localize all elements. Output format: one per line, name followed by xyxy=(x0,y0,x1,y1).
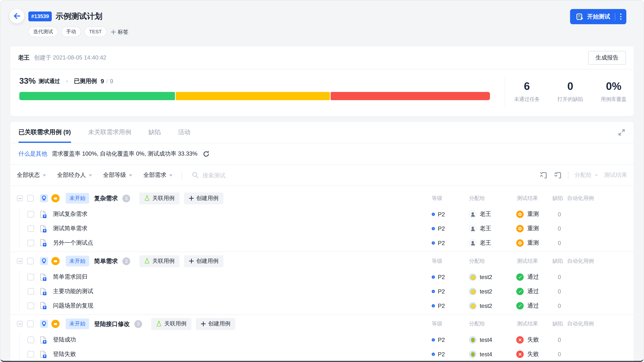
case-title[interactable]: 问题场景的复现 xyxy=(53,302,93,309)
filter-level-dropdown[interactable]: 全部等级 xyxy=(103,171,132,179)
case-title[interactable]: 主要功能的测试 xyxy=(53,288,93,295)
stat-label: 打开的缺陷 xyxy=(558,96,583,103)
priority-label: P2 xyxy=(438,351,445,358)
table-row[interactable]: 测试简单需求 P2 老王 重测 0 xyxy=(10,222,634,236)
row-checkbox[interactable] xyxy=(28,240,34,246)
test-case-icon xyxy=(40,302,47,310)
collapse-all-icon xyxy=(539,171,548,179)
group-title[interactable]: 登陆接口修改 xyxy=(94,320,130,328)
batch-result-button[interactable]: 测试结果 xyxy=(604,171,627,179)
tab-unlinked-cases[interactable]: 未关联需求用例 xyxy=(88,122,131,143)
table-row[interactable]: 简单需求回归 P2 test2 通过 0 xyxy=(10,270,634,284)
table-row[interactable]: 测试复杂需求 P2 老王 重测 0 xyxy=(10,207,634,222)
batch-result-label: 测试结果 xyxy=(604,171,627,179)
assignee-name: test2 xyxy=(480,288,492,295)
case-title[interactable]: 登陆失败 xyxy=(53,351,76,358)
result-cell[interactable]: 通过 xyxy=(516,274,539,281)
tag-pill[interactable]: 迭代测试 xyxy=(28,27,58,37)
result-label: 通过 xyxy=(527,288,539,295)
result-cell[interactable]: 重测 xyxy=(516,225,539,232)
more-actions-button[interactable] xyxy=(614,13,622,20)
filter-status-dropdown[interactable]: 全部状态 xyxy=(17,171,46,179)
add-tag-button[interactable]: 标签 xyxy=(111,28,128,35)
filter-assignee-dropdown[interactable]: 全部经办人 xyxy=(57,171,92,179)
collapse-group-button[interactable] xyxy=(17,321,22,327)
group-title[interactable]: 简单需求 xyxy=(94,257,118,265)
collapse-group-button[interactable] xyxy=(17,258,22,264)
table-row[interactable]: 问题场景的复现 P2 test2 通过 0 xyxy=(10,299,634,313)
row-checkbox[interactable] xyxy=(28,211,34,218)
assignee-name: test4 xyxy=(480,351,492,358)
what-is-other-link[interactable]: 什么是其他 xyxy=(18,150,47,157)
group-checkbox[interactable] xyxy=(27,258,34,264)
priority-icon xyxy=(432,276,435,279)
table-row[interactable]: 登陆失败 P2 test4 失败 0 xyxy=(10,347,634,362)
table-row[interactable]: 另外一个测试点 P2 老王 重测 0 xyxy=(10,236,634,250)
table-row[interactable]: 登陆成功 P2 test4 失败 0 xyxy=(10,333,634,347)
link-case-button[interactable]: 关联用例 xyxy=(139,255,180,267)
refresh-button[interactable] xyxy=(203,150,210,157)
link-case-button[interactable]: 关联用例 xyxy=(139,192,180,204)
tab-activity[interactable]: 活动 xyxy=(178,122,190,143)
row-checkbox[interactable] xyxy=(28,351,34,358)
defect-count: 0 xyxy=(553,351,566,358)
result-cell[interactable]: 失败 xyxy=(516,336,539,344)
progress-segment-pass xyxy=(19,92,175,100)
case-count-badge: 3 xyxy=(122,257,130,265)
create-case-button[interactable]: 创建用例 xyxy=(196,318,236,330)
row-checkbox[interactable] xyxy=(28,225,34,232)
result-pass-icon xyxy=(516,274,524,281)
case-title[interactable]: 登陆成功 xyxy=(53,336,76,344)
row-checkbox[interactable] xyxy=(28,337,34,344)
link-case-button[interactable]: 关联用例 xyxy=(151,318,191,330)
back-button[interactable] xyxy=(10,9,24,23)
result-fail-icon xyxy=(516,351,524,358)
add-tag-label: 标签 xyxy=(118,28,128,35)
case-title[interactable]: 测试简单需求 xyxy=(53,225,88,232)
tag-pill[interactable]: TEST xyxy=(84,27,106,37)
tab-defects[interactable]: 缺陷 xyxy=(148,122,161,143)
case-title[interactable]: 另外一个测试点 xyxy=(53,239,93,247)
arrow-left-icon xyxy=(13,12,21,20)
collapse-group-button[interactable] xyxy=(17,195,22,201)
result-cell[interactable]: 重测 xyxy=(516,239,539,247)
fullscreen-button[interactable] xyxy=(618,122,626,143)
chevron-down-icon xyxy=(595,174,598,176)
collapse-all-button[interactable] xyxy=(539,171,548,179)
result-cell[interactable]: 通过 xyxy=(516,302,539,309)
iteration-icon xyxy=(52,194,60,202)
result-cell[interactable]: 失败 xyxy=(516,351,539,358)
table-row[interactable]: 主要功能的测试 P2 test2 通过 0 xyxy=(10,284,634,299)
chevron-down-icon xyxy=(43,174,46,176)
assignee-name: test2 xyxy=(480,303,492,309)
dot-separator xyxy=(66,80,68,82)
case-title[interactable]: 简单需求回归 xyxy=(53,274,88,281)
group-title[interactable]: 复杂需求 xyxy=(94,194,118,202)
filter-requirement-dropdown[interactable]: 全部需求 xyxy=(143,171,172,179)
result-retest-icon xyxy=(516,225,524,232)
result-cell[interactable]: 重测 xyxy=(516,211,539,218)
flask-icon xyxy=(144,258,150,264)
group-checkbox[interactable] xyxy=(27,321,34,327)
case-title[interactable]: 测试复杂需求 xyxy=(53,211,88,218)
priority-label: P2 xyxy=(438,303,445,309)
assignee-avatar xyxy=(469,302,476,309)
tab-linked-cases[interactable]: 已关联需求用例 (9) xyxy=(18,122,71,143)
filter-row: 全部状态 全部经办人 全部等级 全部需求 xyxy=(10,165,634,186)
generate-report-button[interactable]: 生成报告 xyxy=(588,51,626,65)
priority-label: P2 xyxy=(438,274,445,281)
start-test-button[interactable]: 开始测试 xyxy=(570,9,626,24)
search-input[interactable] xyxy=(202,172,264,179)
test-case-icon xyxy=(40,336,47,344)
create-case-button[interactable]: 创建用例 xyxy=(184,255,223,267)
row-checkbox[interactable] xyxy=(28,288,34,295)
row-checkbox[interactable] xyxy=(28,274,34,281)
tag-pill[interactable]: 手动 xyxy=(61,27,81,37)
batch-assign-button[interactable]: 分配给 xyxy=(575,171,598,179)
group-checkbox[interactable] xyxy=(27,195,34,202)
create-case-button[interactable]: 创建用例 xyxy=(184,192,223,204)
result-cell[interactable]: 通过 xyxy=(516,288,539,295)
tabs-row: 已关联需求用例 (9) 未关联需求用例 缺陷 活动 xyxy=(10,122,634,143)
expand-all-button[interactable] xyxy=(554,171,562,179)
row-checkbox[interactable] xyxy=(28,303,34,309)
